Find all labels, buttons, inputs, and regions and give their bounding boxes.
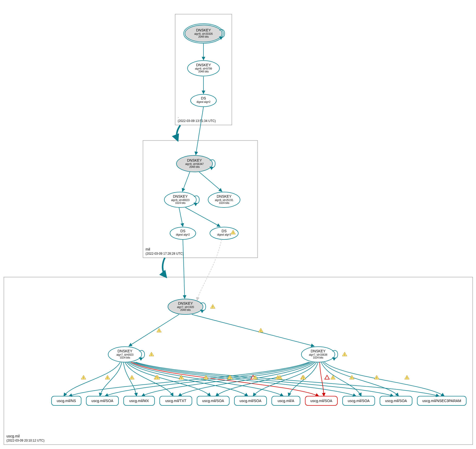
svg-text:mil: mil (146, 247, 150, 251)
svg-text:!: ! (351, 376, 352, 379)
svg-text:uscg.mil/NS: uscg.mil/NS (57, 399, 76, 403)
svg-text:1024 bits: 1024 bits (175, 202, 186, 204)
rrset-2: uscg.mil/MX (124, 396, 155, 405)
svg-text:2048 bits: 2048 bits (180, 309, 191, 311)
warn-uscg-zsk1-self: ! (149, 352, 154, 356)
svg-text:DNSKEY: DNSKEY (196, 28, 211, 32)
svg-text:2048 bits: 2048 bits (198, 35, 209, 38)
root-ksk: DNSKEYalg=8, id=203262048 bits (184, 24, 223, 43)
svg-text:alg=8, id=20326: alg=8, id=20326 (194, 32, 213, 35)
uscg-zsk1: DNSKEYalg=7, id=69231024 bits (108, 347, 142, 362)
svg-text:digest alg=2: digest alg=2 (197, 101, 211, 103)
svg-text:!: ! (212, 305, 213, 309)
svg-text:DNSKEY: DNSKEY (196, 63, 211, 67)
svg-text:DS: DS (201, 96, 206, 100)
svg-text:(2022-03-09 20:10:12 UTC): (2022-03-09 20:10:12 UTC) (6, 439, 44, 442)
svg-text:uscg.mil: uscg.mil (6, 434, 20, 438)
svg-text:!: ! (233, 231, 234, 234)
warn-zsk1-rr2: ! (130, 375, 134, 379)
svg-text:uscg.mil/SOA: uscg.mil/SOA (240, 399, 261, 403)
zone-uscg: uscg.mil(2022-03-09 20:10:12 UTC)DNSKEYa… (4, 277, 473, 445)
svg-text:(2022-03-09 13:51:34 UTC): (2022-03-09 13:51:34 UTC) (178, 119, 216, 123)
svg-text:DS: DS (222, 229, 226, 233)
svg-text:uscg.mil/SOA: uscg.mil/SOA (202, 399, 224, 403)
svg-text:alg=7, id=1920: alg=7, id=1920 (177, 306, 194, 309)
svg-text:!: ! (303, 376, 304, 379)
svg-text:uscg.mil/SOA: uscg.mil/SOA (385, 399, 407, 403)
svg-text:uscg.mil/SOA: uscg.mil/SOA (91, 399, 113, 403)
svg-text:uscg.mil/NSEC3PARAM: uscg.mil/NSEC3PARAM (422, 399, 461, 403)
svg-text:alg=8, id=25191: alg=8, id=25191 (215, 199, 233, 202)
svg-text:2048 bits: 2048 bits (198, 70, 209, 73)
mil-zsk1: DNSKEYalg=8, id=490231024 bits (164, 192, 196, 207)
svg-text:alg=8, id=56347: alg=8, id=56347 (185, 163, 204, 165)
err-zsk2-rr7 (325, 375, 329, 379)
zone-root: .(2022-03-09 13:51:34 UTC)DNSKEYalg=8, i… (175, 14, 232, 125)
svg-text:uscg.mil/SOA: uscg.mil/SOA (348, 399, 370, 403)
svg-text:!: ! (83, 376, 84, 379)
svg-text:!: ! (260, 329, 261, 332)
svg-text:!: ! (344, 353, 345, 356)
svg-text:DNSKEY: DNSKEY (173, 194, 188, 198)
svg-text:!: ! (376, 376, 377, 379)
uscg-zsk2: DNSKEYalg=7, id=336381024 bits (301, 347, 335, 362)
mil-ds1: DSdigest alg=2 (170, 227, 196, 239)
warn-zsk1-rr0: ! (81, 375, 86, 379)
warn-ksk-zsk2: ! (259, 328, 263, 332)
warn-zsk2-rr8: ! (350, 375, 354, 379)
svg-text:uscg.mil/A: uscg.mil/A (278, 399, 294, 403)
rrset-1: uscg.mil/SOA (86, 396, 118, 405)
svg-text:!: ! (131, 376, 132, 379)
rrset-0: uscg.mil/NS (52, 396, 81, 405)
zone-mil: mil(2022-03-09 17:28:28 UTC)DNSKEYalg=8,… (143, 140, 258, 258)
svg-text:DNSKEY: DNSKEY (187, 158, 202, 162)
mil-ksk: DNSKEYalg=8, id=563472048 bits (176, 155, 212, 172)
rrset-8: uscg.mil/SOA (343, 396, 375, 405)
svg-text:2048 bits: 2048 bits (189, 165, 200, 168)
warn-ksk-zsk1: ! (157, 328, 162, 332)
svg-text:!: ! (157, 376, 158, 379)
rrset-4: uscg.mil/SOA (197, 396, 229, 405)
svg-text:!: ! (279, 376, 280, 379)
warn-uscg-zsk2-self: ! (342, 352, 347, 356)
rrset-9: uscg.mil/SOA (380, 396, 412, 405)
svg-text:alg=8, id=9799: alg=8, id=9799 (195, 67, 212, 70)
svg-text:uscg.mil/SOA: uscg.mil/SOA (310, 399, 332, 403)
root-zsk: DNSKEYalg=8, id=97992048 bits (188, 61, 219, 76)
warn-zsk1-rr1: ! (105, 375, 110, 379)
svg-text:!: ! (181, 376, 182, 379)
edges-layer (64, 30, 445, 396)
svg-text:uscg.mil/TXT: uscg.mil/TXT (165, 399, 186, 403)
svg-text:1024 bits: 1024 bits (219, 202, 230, 204)
svg-text:!: ! (333, 376, 334, 379)
svg-text:!: ! (255, 376, 256, 379)
svg-text:1024 bits: 1024 bits (313, 356, 324, 359)
svg-text:!: ! (107, 376, 108, 379)
svg-text:uscg.mil/MX: uscg.mil/MX (129, 399, 149, 403)
svg-text:digest alg=1: digest alg=1 (217, 233, 231, 236)
rrset-5: uscg.mil/SOA (234, 396, 267, 405)
svg-text:!: ! (206, 376, 207, 379)
warn-zsk2-rr10: ! (405, 375, 409, 379)
uscg-ksk: DNSKEYalg=7, id=19202048 bits (168, 299, 203, 314)
svg-text:DNSKEY: DNSKEY (178, 301, 193, 305)
svg-text:DNSKEY: DNSKEY (311, 349, 326, 353)
root-ds: DSdigest alg=2 (191, 94, 216, 107)
svg-text:!: ! (406, 376, 407, 379)
svg-text:DNSKEY: DNSKEY (117, 349, 132, 353)
rrset-3: uscg.mil/TXT (160, 396, 192, 405)
svg-text:alg=7, id=6923: alg=7, id=6923 (116, 353, 134, 356)
svg-text:digest alg=2: digest alg=2 (176, 233, 190, 236)
svg-text:DNSKEY: DNSKEY (217, 194, 232, 198)
warn-uscg-ksk-self: ! (210, 304, 215, 309)
dnssec-diagram: .(2022-03-09 13:51:34 UTC)DNSKEYalg=8, i… (0, 0, 476, 449)
svg-text:!: ! (230, 376, 231, 379)
svg-rect-36 (4, 277, 473, 445)
svg-text:!: ! (159, 329, 160, 332)
svg-text:(2022-03-09 17:28:28 UTC): (2022-03-09 17:28:28 UTC) (146, 252, 183, 255)
rrset-6: uscg.mil/A (272, 396, 300, 405)
svg-text:!: ! (151, 353, 152, 356)
svg-text:.: . (178, 114, 179, 119)
svg-text:alg=7, id=33638: alg=7, id=33638 (309, 353, 327, 356)
rrset-10: uscg.mil/NSEC3PARAM (417, 396, 466, 405)
